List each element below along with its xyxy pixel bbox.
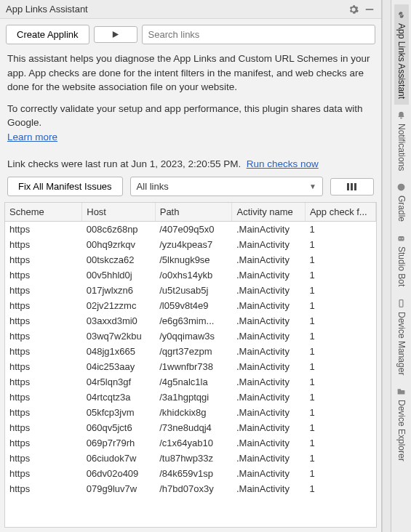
description-p2: To correctly validate your setup and app… (7, 103, 363, 129)
cell-scheme: https (5, 435, 82, 451)
cell-path: /c1x64yab10 (155, 435, 232, 451)
cell-check: 1 (305, 466, 375, 481)
rail-item-gradle[interactable]: Gradle (394, 177, 409, 227)
cell-host: 05kfcp3jvm (82, 405, 155, 420)
svg-rect-0 (366, 9, 374, 10)
right-rail: App Links AssistantNotificationsGradleSt… (391, 0, 411, 532)
run-button[interactable] (94, 26, 137, 43)
table-row[interactable]: https03axxd3mi0/e6g63mim....MainActivity… (5, 313, 376, 329)
cell-path: /qgrt37ezpm (155, 344, 232, 359)
cell-host: 04rtcqtz3a (82, 390, 155, 405)
cell-host: 008c6z68np (82, 222, 155, 238)
rail-item-device-explorer[interactable]: Device Explorer (394, 381, 409, 467)
table-row[interactable]: https04r5lqn3gf/4g5nalc1la.MainActivity1 (5, 374, 376, 390)
rail-label: Device Explorer (396, 400, 407, 462)
minimize-icon[interactable] (364, 4, 375, 15)
cell-path: /5lknugk9se (155, 252, 232, 267)
table-row[interactable]: https03wq7w2kbu/y0qqimaw3s.MainActivity1 (5, 329, 376, 344)
header-path[interactable]: Path (155, 203, 232, 222)
cell-scheme: https (5, 390, 82, 405)
table-row[interactable]: https060qv5jct6/73ne8udqj4.MainActivity1 (5, 420, 376, 435)
cell-check: 1 (305, 344, 375, 359)
cell-activity: .MainActivity (232, 374, 305, 390)
play-icon (111, 31, 119, 39)
cell-check: 1 (305, 252, 375, 267)
table-row[interactable]: https00tskcza62/5lknugk9se.MainActivity1 (5, 252, 376, 267)
table-row[interactable]: https00hq9zrkqv/yzu4kpeas7.MainActivity1 (5, 237, 376, 252)
header-appcheck[interactable]: App check f... (305, 203, 375, 222)
rail-item-device-manager[interactable]: Device Manager (394, 293, 409, 381)
scrollbar[interactable] (382, 0, 391, 532)
cell-check: 1 (305, 481, 375, 496)
cell-path: /yzu4kpeas7 (155, 237, 232, 252)
cell-check: 1 (305, 222, 375, 238)
run-checks-link[interactable]: Run checks now (247, 158, 319, 169)
cell-path: /h7bd07ox3y (155, 481, 232, 496)
cell-path: /tu87hwp33z (155, 451, 232, 466)
create-applink-button[interactable]: Create Applink (6, 25, 89, 44)
cell-host: 03axxd3mi0 (82, 313, 155, 329)
svg-rect-3 (354, 183, 356, 190)
table-row[interactable]: https02jv21zzmc/l059v8t4e9.MainActivity1 (5, 298, 376, 313)
table-row[interactable]: https008c6z68np/407e09q5x0.MainActivity1 (5, 222, 376, 238)
window-title: App Links Assistant (6, 4, 343, 15)
rail-item-app-links-assistant[interactable]: App Links Assistant (394, 4, 409, 105)
cell-path: /y0qqimaw3s (155, 329, 232, 344)
cell-host: 02jv21zzmc (82, 298, 155, 313)
table-header-row: Scheme Host Path Activity name App check… (5, 203, 376, 222)
header-host[interactable]: Host (82, 203, 155, 222)
header-activity[interactable]: Activity name (232, 203, 305, 222)
header-scheme[interactable]: Scheme (5, 203, 82, 222)
rail-item-notifications[interactable]: Notifications (394, 105, 409, 177)
cell-check: 1 (305, 374, 375, 390)
svg-rect-1 (347, 183, 349, 190)
cell-host: 060qv5jct6 (82, 420, 155, 435)
table-row[interactable]: https05kfcp3jvm/khidckix8g.MainActivity1 (5, 405, 376, 420)
cell-scheme: https (5, 344, 82, 359)
gear-icon[interactable] (348, 4, 359, 15)
filter-dropdown[interactable]: All links ▼ (130, 177, 323, 196)
table-row[interactable]: https069p7r79rh/c1x64yab10.MainActivity1 (5, 435, 376, 451)
cell-check: 1 (305, 237, 375, 252)
cell-check: 1 (305, 283, 375, 298)
cell-activity: .MainActivity (232, 283, 305, 298)
table-row[interactable]: https079g9luv7w/h7bd07ox3y.MainActivity1 (5, 481, 376, 496)
table-row[interactable]: https06dv02o409/84k659v1sp.MainActivity1 (5, 466, 376, 481)
cell-host: 06dv02o409 (82, 466, 155, 481)
status-row: Link checks were last run at Jun 1, 2023… (0, 156, 381, 177)
cell-host: 017jwlxzn6 (82, 283, 155, 298)
search-input[interactable] (142, 25, 375, 44)
table-row[interactable]: https048jg1x665/qgrt37ezpm.MainActivity1 (5, 344, 376, 359)
cell-activity: .MainActivity (232, 359, 305, 374)
cell-check: 1 (305, 435, 375, 451)
cell-path: /84k659v1sp (155, 466, 232, 481)
fix-manifest-button[interactable]: Fix All Manifest Issues (7, 177, 123, 196)
cell-host: 048jg1x665 (82, 344, 155, 359)
links-table: Scheme Host Path Activity name App check… (5, 203, 376, 496)
bell-icon (396, 110, 407, 121)
cell-activity: .MainActivity (232, 466, 305, 481)
rail-item-studio-bot[interactable]: Studio Bot (394, 227, 409, 292)
cell-path: /3a1hgptqgi (155, 390, 232, 405)
table-row[interactable]: https06ciudok7w/tu87hwp33z.MainActivity1 (5, 451, 376, 466)
svg-point-7 (402, 238, 403, 240)
table-row[interactable]: https04rtcqtz3a/3a1hgptqgi.MainActivity1 (5, 390, 376, 405)
columns-button[interactable] (330, 178, 374, 196)
rail-label: Studio Bot (396, 246, 407, 286)
cell-check: 1 (305, 420, 375, 435)
table-row[interactable]: https00v5hhld0j/o0xhs14ykb.MainActivity1 (5, 267, 376, 283)
cell-check: 1 (305, 298, 375, 313)
cell-path: /u5t2usab5j (155, 283, 232, 298)
learn-more-link[interactable]: Learn more (7, 132, 57, 142)
table-row[interactable]: https017jwlxzn6/u5t2usab5j.MainActivity1 (5, 283, 376, 298)
cell-activity: .MainActivity (232, 405, 305, 420)
table-row[interactable]: https04ic253aay/1wwnfbr738.MainActivity1 (5, 359, 376, 374)
cell-scheme: https (5, 481, 82, 496)
cell-path: /73ne8udqj4 (155, 420, 232, 435)
svg-point-4 (397, 184, 404, 191)
cell-activity: .MainActivity (232, 344, 305, 359)
links-table-wrap[interactable]: Scheme Host Path Activity name App check… (4, 202, 377, 528)
bot-icon (396, 233, 407, 243)
rail-label: Notifications (396, 124, 407, 171)
cell-scheme: https (5, 313, 82, 329)
